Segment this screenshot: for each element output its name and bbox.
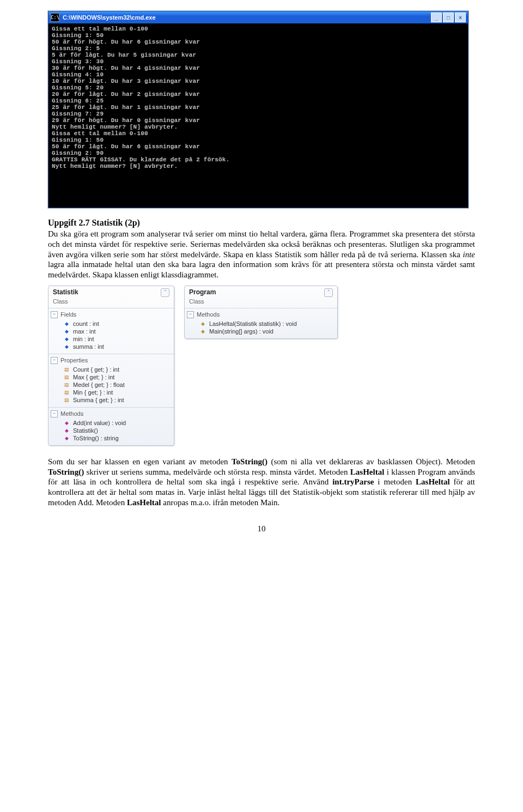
property-icon <box>63 366 70 373</box>
method-icon <box>63 435 70 441</box>
section-toggle-icon[interactable]: − <box>51 357 58 364</box>
p2-b5: LasHeltal <box>127 498 161 507</box>
class-diagram-row: Statistik ⌃ Class − Fields count : int m… <box>48 286 475 446</box>
section-label: Fields <box>60 311 76 318</box>
field-item: max : int <box>63 328 172 335</box>
collapse-chevron-icon[interactable]: ⌃ <box>161 288 169 297</box>
section-toggle-icon[interactable]: − <box>51 410 58 417</box>
field-item: count : int <box>63 320 172 328</box>
close-button[interactable]: × <box>455 13 466 22</box>
class-name: Statistik <box>53 288 78 297</box>
property-item: Count { get; } : int <box>63 366 172 373</box>
method-item: Main(string[] args) : void <box>199 328 335 335</box>
property-text: Medel { get; } : float <box>73 381 125 388</box>
field-text: summa : int <box>73 343 104 350</box>
p2-b0: ToString() <box>232 457 267 466</box>
task-paragraph-2: Som du ser har klassen en egen variant a… <box>48 457 475 508</box>
method-icon <box>199 320 206 327</box>
p1-before: Du ska göra ett program som analyserar t… <box>48 229 475 259</box>
class-type-label: Class <box>48 298 174 308</box>
property-text: Summa { get; } : int <box>73 397 124 403</box>
cmd-titlebar: C:\ C:\WINDOWS\system32\cmd.exe _ □ × <box>48 11 468 23</box>
section-label: Methods <box>60 410 83 417</box>
p2-t6: anropas m.a.o. ifrån metoden Main. <box>161 498 279 507</box>
class-box-statistik: Statistik ⌃ Class − Fields count : int m… <box>48 286 174 446</box>
p2-t1: (som ni alla vet deklareras av basklasse… <box>267 457 475 466</box>
task-heading: Uppgift 2.7 Statistik (2p) <box>48 218 475 228</box>
property-icon <box>63 389 70 396</box>
method-text: Main(string[] args) : void <box>209 328 273 335</box>
method-item: LasHeltal(Statistik statistik) : void <box>199 320 335 328</box>
minimize-button[interactable]: _ <box>431 13 442 22</box>
field-icon <box>63 343 70 350</box>
field-icon <box>63 328 70 335</box>
p2-t0: Som du ser har klassen en egen variant a… <box>48 457 232 466</box>
method-text: Statistik() <box>73 427 98 434</box>
property-text: Count { get; } : int <box>73 366 119 373</box>
property-text: Min { get; } : int <box>73 389 113 396</box>
field-item: min : int <box>63 335 172 343</box>
method-icon <box>63 427 70 434</box>
method-item: ToString() : string <box>63 434 172 442</box>
section-toggle-icon[interactable]: − <box>51 311 58 318</box>
section-properties: − Properties Count { get; } : int Max { … <box>48 354 174 407</box>
section-fields: − Fields count : int max : int min : int… <box>48 308 174 354</box>
property-item: Summa { get; } : int <box>63 396 172 404</box>
class-type-label: Class <box>185 298 337 308</box>
maximize-button[interactable]: □ <box>443 13 454 22</box>
p2-t4: i metoden <box>374 477 416 486</box>
property-item: Min { get; } : int <box>63 389 172 396</box>
method-icon <box>199 328 206 335</box>
cmd-window-title: C:\WINDOWS\system32\cmd.exe <box>63 14 430 21</box>
field-item: summa : int <box>63 343 172 350</box>
method-text: LasHeltal(Statistik statistik) : void <box>209 320 297 327</box>
property-icon <box>63 374 70 380</box>
field-text: min : int <box>73 336 94 342</box>
class-name: Program <box>189 288 216 297</box>
p2-b2: LasHeltal <box>350 468 385 476</box>
page-number: 10 <box>48 524 475 534</box>
property-text: Max { get; } : int <box>73 374 114 380</box>
cmd-icon: C:\ <box>51 13 59 22</box>
p1-after: lagra alla inmatade heltal utan den ska … <box>48 260 475 279</box>
method-icon <box>63 420 70 426</box>
field-text: max : int <box>73 328 96 335</box>
collapse-chevron-icon[interactable]: ⌃ <box>324 288 333 297</box>
method-text: ToString() : string <box>73 435 119 441</box>
section-methods: − Methods LasHeltal(Statistik statistik)… <box>185 308 337 338</box>
p2-b1: ToString() <box>48 468 84 476</box>
section-methods: − Methods Add(int value) : void Statisti… <box>48 407 174 445</box>
property-item: Medel { get; } : float <box>63 381 172 389</box>
p2-b3: int.tryParse <box>332 477 374 486</box>
property-icon <box>63 381 70 388</box>
p2-b4: LasHeltal <box>416 477 450 486</box>
p2-t2: skriver ut seriens summa, medelvärde och… <box>84 468 350 476</box>
method-text: Add(int value) : void <box>73 420 126 426</box>
class-box-program: Program ⌃ Class − Methods LasHeltal(Stat… <box>184 286 338 339</box>
field-icon <box>63 320 70 327</box>
section-label: Methods <box>197 311 220 318</box>
property-item: Max { get; } : int <box>63 373 172 381</box>
field-icon <box>63 336 70 342</box>
property-icon <box>63 397 70 403</box>
section-toggle-icon[interactable]: − <box>187 311 194 318</box>
method-item: Add(int value) : void <box>63 419 172 427</box>
task-paragraph-1: Du ska göra ett program som analyserar t… <box>48 229 475 280</box>
field-text: count : int <box>73 320 99 327</box>
cmd-window: C:\ C:\WINDOWS\system32\cmd.exe _ □ × Gi… <box>48 11 469 208</box>
section-label: Properties <box>60 357 88 363</box>
method-item: Statistik() <box>63 427 172 434</box>
cmd-output: Gissa ett tal mellan 0-100 Gissning 1: 5… <box>48 23 468 208</box>
p1-italic: inte <box>463 250 476 259</box>
